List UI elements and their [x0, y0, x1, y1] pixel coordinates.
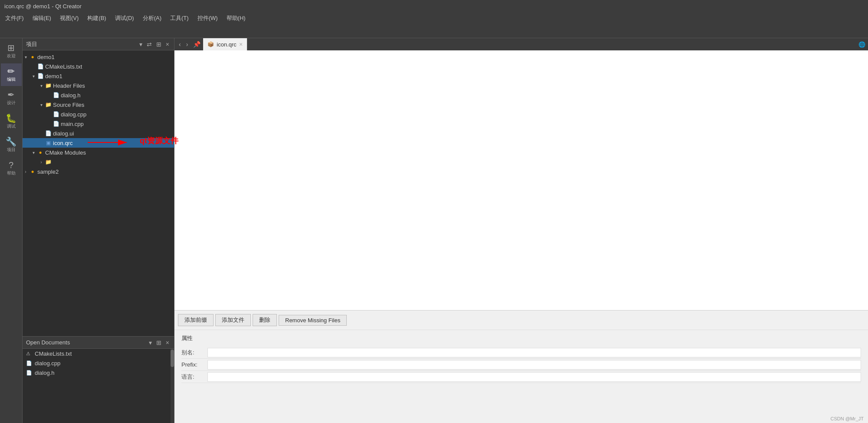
- tab-icon-qrc[interactable]: 📦 icon.qrc ×: [203, 38, 247, 50]
- resource-toolbar: 添加前缀添加文件删除Remove Missing Files: [174, 311, 868, 330]
- open-docs-close-btn[interactable]: ×: [164, 338, 171, 347]
- doc-item-dialog-h-doc[interactable]: 📄dialog.h: [23, 368, 174, 377]
- tree-icon-dialog-ui: 📄: [44, 130, 52, 136]
- help-label: 帮助: [7, 170, 16, 176]
- sidebar-icon-help[interactable]: ?帮助: [1, 157, 22, 180]
- tree-icon-dialog-h: 📄: [52, 92, 60, 98]
- doc-item-cmakelists-doc[interactable]: ⚠CMakeLists.txt: [23, 349, 174, 358]
- menu-item-B[interactable]: 构建(B): [84, 13, 109, 23]
- tree-icon-cmakelists: 📄: [36, 63, 44, 69]
- doc-icon-dialog-h-doc: 📄: [26, 370, 33, 376]
- project-label: 项目: [7, 147, 16, 153]
- project-sync-btn[interactable]: ⇄: [145, 40, 153, 49]
- editor-empty-area: [174, 50, 868, 310]
- menu-item-W[interactable]: 控件(W): [194, 13, 221, 23]
- res-btn-delete[interactable]: 删除: [253, 314, 277, 326]
- welcome-icon: ⊞: [7, 43, 15, 52]
- tree-item-sample2-root[interactable]: ›●sample2: [23, 167, 174, 176]
- tree-label-sample2-root: sample2: [37, 169, 59, 175]
- menu-item-V[interactable]: 视图(V): [56, 13, 82, 23]
- tree-arrow-sample2-root[interactable]: ›: [23, 169, 29, 174]
- sidebar-icon-project[interactable]: 🔧项目: [1, 134, 22, 156]
- menu-item-D[interactable]: 调试(D): [112, 13, 138, 23]
- tree-item-header-files[interactable]: ▾📁Header Files: [23, 81, 174, 90]
- sidebar-icon-debug[interactable]: 🐛调试: [1, 110, 22, 133]
- tree-arrow-demo1-sub[interactable]: ▾: [30, 74, 36, 79]
- res-btn-remove-missing[interactable]: Remove Missing Files: [279, 315, 347, 326]
- open-docs-expand-btn[interactable]: ▾: [148, 338, 153, 347]
- project-tree[interactable]: ▾●demo1📄CMakeLists.txt▾📄demo1▾📁Header Fi…: [23, 50, 174, 336]
- doc-icon-dialog-cpp-doc: 📄: [26, 360, 33, 366]
- tab-nav-pin[interactable]: 📌: [191, 38, 203, 50]
- tree-label-cmake-modules: CMake Modules: [45, 149, 86, 156]
- open-docs-split-btn[interactable]: ⊞: [155, 338, 163, 347]
- content-area: ‹ › 📌 📦 icon.qrc × 🌐: [174, 38, 868, 423]
- sidebar-icon-welcome[interactable]: ⊞欢迎: [1, 40, 22, 63]
- tree-icon-dialog-cpp: 📄: [52, 111, 60, 117]
- tree-label-header-files: Header Files: [53, 83, 85, 89]
- tab-nav-left[interactable]: ‹: [176, 38, 184, 50]
- tree-icon-demo1-sub: 📄: [36, 73, 44, 79]
- prop-label-alias: 别名:: [181, 349, 207, 357]
- tree-item-dialog-h[interactable]: 📄dialog.h: [23, 90, 174, 100]
- doc-icon-cmakelists-doc: ⚠: [26, 351, 33, 357]
- tree-arrow-other-locations[interactable]: ›: [38, 160, 44, 165]
- tree-item-demo1-root[interactable]: ▾●demo1: [23, 52, 174, 62]
- menu-item-A[interactable]: 分析(A): [139, 13, 165, 23]
- tab-bar: ‹ › 📌 📦 icon.qrc × 🌐: [174, 38, 868, 50]
- prop-row-prefix: Prefix:: [181, 359, 861, 371]
- prop-row-language: 语言:: [181, 371, 861, 383]
- welcome-label: 欢迎: [7, 53, 16, 59]
- prop-input-alias[interactable]: [207, 348, 861, 357]
- menu-item-T[interactable]: 工具(T): [167, 13, 192, 23]
- tree-item-other-locations[interactable]: ›📁: [23, 157, 174, 167]
- sidebar-icon-edit[interactable]: ✏编辑: [1, 63, 22, 86]
- tab-nav-right[interactable]: ›: [184, 38, 191, 50]
- properties-title: 属性: [181, 334, 861, 342]
- tree-item-source-files[interactable]: ▾📁Source Files: [23, 100, 174, 109]
- debug-label: 调试: [7, 123, 16, 129]
- tree-icon-header-files: 📁: [44, 83, 52, 89]
- project-filter-btn[interactable]: ▾: [138, 40, 144, 49]
- menu-item-F[interactable]: 文件(F): [2, 13, 27, 23]
- sidebar-icon-design[interactable]: ✒设计: [1, 87, 22, 109]
- tree-item-icon-qrc[interactable]: ▣icon.qrc: [23, 138, 174, 148]
- project-split-btn[interactable]: ⊞: [155, 40, 163, 49]
- doc-item-dialog-cpp-doc[interactable]: 📄dialog.cpp: [23, 358, 174, 368]
- tab-world-icon: 🌐: [856, 38, 868, 50]
- resource-editor: 添加前缀添加文件删除Remove Missing Files 属性 别名: Pr…: [174, 310, 868, 423]
- tree-item-dialog-cpp[interactable]: 📄dialog.cpp: [23, 109, 174, 119]
- prop-row-alias: 别名:: [181, 347, 861, 359]
- res-btn-add-prefix[interactable]: 添加前缀: [178, 314, 214, 326]
- tree-item-main-cpp[interactable]: 📄main.cpp: [23, 119, 174, 129]
- tree-item-demo1-sub[interactable]: ▾📄demo1: [23, 71, 174, 81]
- project-panel-header: 项目 ▾ ⇄ ⊞ ×: [23, 38, 174, 50]
- design-icon: ✒: [7, 90, 15, 99]
- tree-arrow-header-files[interactable]: ▾: [38, 83, 44, 88]
- tab-close-qrc[interactable]: ×: [239, 41, 243, 48]
- tree-label-cmakelists: CMakeLists.txt: [45, 63, 82, 70]
- tree-item-dialog-ui[interactable]: 📄dialog.ui: [23, 129, 174, 138]
- open-docs-panel: Open Documents ▾ ⊞ × ⚠CMakeLists.txt📄dia…: [23, 336, 174, 423]
- tab-label-qrc: icon.qrc: [217, 41, 237, 48]
- tree-arrow-source-files[interactable]: ▾: [38, 102, 44, 107]
- menu-bar: 文件(F)编辑(E)视图(V)构建(B)调试(D)分析(A)工具(T)控件(W)…: [0, 12, 868, 24]
- res-btn-add-file[interactable]: 添加文件: [215, 314, 251, 326]
- project-panel: 项目 ▾ ⇄ ⊞ × ▾●demo1📄CMakeLists.txt▾📄demo1…: [23, 38, 174, 423]
- menu-item-E[interactable]: 编辑(E): [29, 13, 55, 23]
- tree-icon-other-locations: 📁: [44, 159, 52, 165]
- prop-input-prefix[interactable]: [207, 360, 861, 370]
- editor-main: qt资源文件: [174, 50, 868, 310]
- tree-label-icon-qrc: icon.qrc: [53, 140, 73, 146]
- prop-label-prefix: Prefix:: [181, 361, 207, 368]
- prop-input-language[interactable]: [207, 372, 861, 382]
- tree-arrow-demo1-root[interactable]: ▾: [23, 55, 29, 59]
- menu-item-H[interactable]: 帮助(H): [223, 13, 249, 23]
- open-docs-list[interactable]: ⚠CMakeLists.txt📄dialog.cpp📄dialog.h: [23, 349, 174, 423]
- edit-icon: ✏: [7, 67, 15, 76]
- tree-item-cmakelists[interactable]: 📄CMakeLists.txt: [23, 62, 174, 71]
- tree-item-cmake-modules[interactable]: ▾●CMake Modules: [23, 148, 174, 157]
- doc-label-dialog-h-doc: dialog.h: [35, 370, 55, 376]
- tree-arrow-cmake-modules[interactable]: ▾: [30, 150, 36, 155]
- project-close-btn[interactable]: ×: [164, 40, 171, 49]
